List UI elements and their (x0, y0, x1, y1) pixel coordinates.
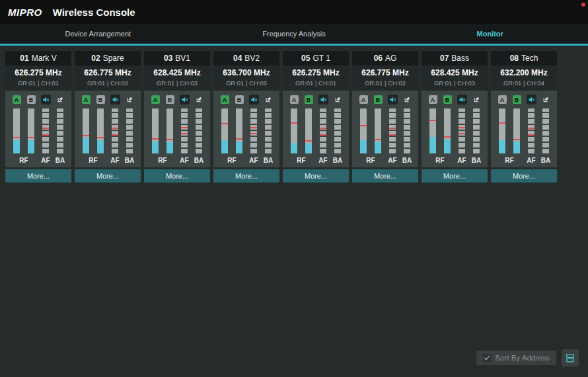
meter-area: A B (352, 91, 418, 167)
battery-meter (196, 108, 202, 153)
more-button[interactable]: More... (352, 169, 418, 183)
rf-meter-b (444, 108, 451, 153)
channel-info: 632.200 MHz GR:01 | CH:04 (491, 65, 557, 91)
microphone-icon (542, 96, 550, 104)
channel-number: 04 (233, 54, 242, 63)
channel-info: 626.275 MHz GR:01 | CH:01 (283, 65, 349, 91)
antenna-a-badge: A (82, 95, 91, 104)
meter-bars (217, 108, 276, 153)
channel-title: 04BV2 (213, 51, 279, 65)
channel-title: 01Mark V (5, 51, 71, 65)
icon-row: A B (425, 95, 484, 105)
battery-meter (126, 108, 133, 153)
mute-icon[interactable] (249, 95, 259, 105)
sort-checkbox[interactable] (483, 354, 492, 362)
more-button[interactable]: More... (213, 169, 279, 183)
channel-name: Bass (451, 54, 469, 63)
meter-bars (148, 108, 206, 153)
meter-labels: RF AF BA (148, 157, 206, 164)
channel-number: 07 (440, 54, 449, 63)
device-list-button[interactable] (562, 349, 579, 366)
meter-bars (79, 108, 137, 153)
mute-icon[interactable] (388, 95, 398, 105)
antenna-a-badge: A (290, 95, 299, 104)
channel-frequency: 626.275 MHz (5, 68, 71, 77)
mute-icon[interactable] (527, 95, 536, 105)
antenna-a-badge: A (498, 95, 507, 104)
meter-labels: RF AF BA (356, 157, 414, 164)
channel-group-channel: GR:01 | CH:03 (144, 79, 210, 87)
af-meter (389, 108, 396, 153)
icon-row: A B (217, 95, 276, 105)
meter-bars (495, 108, 553, 153)
channel-card-body: 07Bass 628.425 MHz GR:01 | CH:03 A B (422, 51, 488, 167)
rf-label: RF (217, 157, 246, 164)
antenna-a-badge: A (429, 95, 437, 104)
mute-icon[interactable] (457, 95, 467, 105)
more-button[interactable]: More... (144, 169, 210, 183)
icon-row: A B (287, 95, 345, 105)
channel-group-channel: GR:01 | CH:01 (5, 79, 71, 87)
meter-area: A B (75, 91, 141, 167)
af-label: AF (38, 157, 53, 164)
antenna-b-badge: B (443, 95, 452, 104)
channel-card: 02Spare 626.775 MHz GR:01 | CH:02 A B (75, 51, 141, 183)
device-list-icon (565, 353, 575, 363)
rf-meter-b (166, 108, 173, 153)
icon-row: A B (9, 95, 67, 105)
channel-card: 08Tech 632.200 MHz GR:01 | CH:04 A B (491, 51, 557, 183)
rf-meter-a (291, 108, 297, 153)
tab-device-arrangement[interactable]: Device Arrangement (0, 24, 196, 44)
meter-labels: RF AF BA (425, 157, 484, 164)
more-button[interactable]: More... (491, 169, 557, 183)
channel-name: GT 1 (312, 54, 330, 63)
antenna-a-badge: A (221, 95, 229, 104)
channel-frequency: 632.200 MHz (491, 68, 557, 77)
rf-meter-b (28, 108, 34, 153)
more-button[interactable]: More... (283, 169, 349, 183)
channel-info: 626.275 MHz GR:01 | CH:01 (5, 65, 71, 91)
more-button[interactable]: More... (75, 169, 141, 183)
tab-monitor[interactable]: Monitor (392, 24, 588, 44)
af-meter (112, 108, 118, 153)
mute-icon[interactable] (180, 95, 190, 105)
channel-frequency: 628.425 MHz (144, 68, 210, 77)
battery-meter (542, 108, 549, 153)
antenna-b-badge: B (27, 95, 36, 104)
channel-card-body: 02Spare 626.775 MHz GR:01 | CH:02 A B (75, 51, 141, 167)
microphone-icon (56, 96, 64, 104)
channel-number: 06 (374, 54, 383, 63)
tab-frequency-analysis[interactable]: Frequency Analysis (196, 24, 392, 44)
more-button[interactable]: More... (422, 169, 488, 183)
icon-row: A B (148, 95, 206, 105)
meter-bars (356, 108, 414, 153)
antenna-b-badge: B (96, 95, 105, 104)
channel-name: AG (385, 54, 396, 63)
meter-labels: RF AF BA (287, 157, 345, 164)
meter-area: A B (144, 91, 210, 167)
more-button[interactable]: More... (5, 169, 71, 183)
microphone-icon (126, 96, 133, 104)
rf-meter-a (360, 108, 367, 153)
notification-dot-icon (581, 3, 585, 7)
channel-group-channel: GR:01 | CH:02 (352, 79, 418, 87)
ba-label: BA (122, 157, 137, 164)
microphone-icon (472, 96, 480, 104)
meter-bars (425, 108, 484, 153)
sort-by-address-button[interactable]: Sort By Address (476, 351, 556, 365)
ba-label: BA (53, 157, 67, 164)
rf-label: RF (425, 157, 455, 164)
mute-icon[interactable] (41, 95, 51, 105)
icon-row: A B (495, 95, 553, 105)
meter-labels: RF AF BA (495, 157, 553, 164)
mute-icon[interactable] (318, 95, 328, 105)
rf-label: RF (356, 157, 385, 164)
channel-number: 03 (164, 54, 172, 63)
channel-info: 626.775 MHz GR:01 | CH:02 (75, 65, 141, 91)
rf-meter-b (513, 108, 520, 153)
rf-meter-b (236, 108, 242, 153)
channel-info: 628.425 MHz GR:01 | CH:03 (144, 65, 210, 91)
rf-meter-a (13, 108, 20, 153)
rf-label: RF (495, 157, 524, 164)
mute-icon[interactable] (110, 95, 120, 105)
